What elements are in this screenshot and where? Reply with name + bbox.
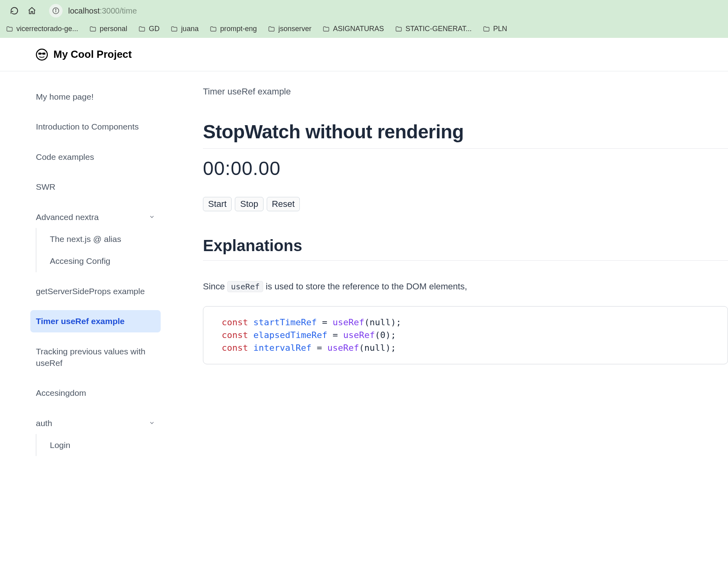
bookmark-label: personal: [100, 25, 127, 33]
sidebar-item[interactable]: Advanced nextra: [30, 206, 161, 228]
browser-chrome: localhost:3000/time vicerrectorado-ge...…: [0, 0, 728, 38]
chevron-down-icon: [149, 417, 155, 429]
page-title: StopWatch without rendering: [203, 121, 728, 149]
bookmark-item[interactable]: GD: [138, 25, 159, 33]
sidebar-item-label: Timer useRef example: [36, 315, 125, 327]
sidebar-item[interactable]: Accesing Config: [39, 250, 161, 272]
sidebar-subitems: Login: [36, 434, 161, 456]
sidebar-item-label: Accesingdom: [36, 387, 86, 399]
explanation-paragraph: Since useRef is used to store the refere…: [203, 281, 728, 292]
bookmark-label: STATIC-GENERAT...: [405, 25, 472, 33]
sidebar-subitems: The next.js @ aliasAccesing Config: [36, 228, 161, 272]
breadcrumb: Timer useRef example: [203, 86, 728, 97]
reset-button[interactable]: Reset: [267, 197, 300, 211]
reload-icon[interactable]: [10, 6, 19, 15]
sidebar-item[interactable]: My home page!: [30, 86, 161, 108]
content: My home page!Introduction to ComponentsC…: [0, 71, 728, 472]
bookmark-label: vicerrectorado-ge...: [16, 25, 78, 33]
home-icon[interactable]: [28, 6, 36, 15]
sidebar-item-label: Tracking previous values with useRef: [36, 346, 155, 369]
sidebar-item[interactable]: Timer useRef example: [30, 310, 161, 332]
sidebar-item-label: getServerSideProps example: [36, 285, 145, 297]
sidebar-item-label: Code examples: [36, 151, 94, 163]
code-block: const startTimeRef = useRef(null); const…: [203, 306, 728, 364]
bookmark-item[interactable]: STATIC-GENERAT...: [395, 25, 472, 33]
start-button[interactable]: Start: [203, 197, 232, 211]
sidebar-item-label: The next.js @ alias: [50, 233, 121, 245]
stop-button[interactable]: Stop: [235, 197, 263, 211]
bookmarks-bar: vicerrectorado-ge...personalGDjuanapromp…: [6, 22, 722, 34]
sidebar-item[interactable]: Introduction to Components: [30, 116, 161, 138]
sidebar-item-label: My home page!: [36, 91, 94, 102]
bookmark-item[interactable]: vicerrectorado-ge...: [6, 25, 78, 33]
button-row: Start Stop Reset: [203, 197, 728, 211]
stopwatch-display: 00:00.00: [203, 157, 728, 179]
chevron-down-icon: [149, 211, 155, 223]
svg-rect-4: [38, 53, 41, 55]
svg-point-2: [55, 9, 56, 10]
browser-toolbar: localhost:3000/time: [6, 4, 722, 22]
sidebar-item[interactable]: Accesingdom: [30, 382, 161, 404]
logo-icon: [36, 49, 48, 61]
project-title: My Cool Project: [53, 48, 132, 61]
bookmark-item[interactable]: personal: [89, 25, 127, 33]
bookmark-item[interactable]: prompt-eng: [210, 25, 257, 33]
url-text: localhost:3000/time: [68, 6, 137, 16]
sidebar-item[interactable]: The next.js @ alias: [39, 228, 161, 250]
address-bar[interactable]: localhost:3000/time: [49, 4, 137, 18]
svg-rect-5: [42, 53, 45, 55]
bookmark-label: ASIGNATURAS: [333, 25, 384, 33]
bookmark-label: jsonserver: [278, 25, 311, 33]
svg-point-3: [36, 49, 47, 60]
bookmark-item[interactable]: jsonserver: [268, 25, 311, 33]
sidebar-item-label: auth: [36, 417, 52, 429]
bookmark-label: juana: [181, 25, 199, 33]
bookmark-item[interactable]: ASIGNATURAS: [323, 25, 384, 33]
inline-code: useRef: [227, 281, 263, 292]
bookmark-item[interactable]: PLN: [483, 25, 507, 33]
sidebar-item[interactable]: auth: [30, 412, 161, 434]
sidebar-item[interactable]: Login: [39, 434, 161, 456]
bookmark-label: PLN: [493, 25, 507, 33]
info-icon[interactable]: [49, 4, 63, 18]
sidebar-item-label: SWR: [36, 181, 55, 193]
bookmark-label: GD: [149, 25, 159, 33]
sidebar-item[interactable]: getServerSideProps example: [30, 280, 161, 302]
bookmark-label: prompt-eng: [220, 25, 257, 33]
sidebar-item[interactable]: SWR: [30, 176, 161, 198]
sidebar-item[interactable]: Code examples: [30, 146, 161, 168]
sidebar-item-label: Introduction to Components: [36, 121, 139, 132]
app: My Cool Project My home page!Introductio…: [0, 38, 728, 472]
explanations-heading: Explanations: [203, 237, 728, 261]
sidebar-item[interactable]: Tracking previous values with useRef: [30, 340, 161, 374]
sidebar-item-label: Login: [50, 439, 70, 451]
bookmark-item[interactable]: juana: [171, 25, 199, 33]
sidebar-item-label: Accesing Config: [50, 255, 110, 267]
sidebar-item-label: Advanced nextra: [36, 211, 99, 223]
main: Timer useRef example StopWatch without r…: [165, 71, 728, 472]
header: My Cool Project: [0, 38, 728, 71]
sidebar: My home page!Introduction to ComponentsC…: [0, 71, 165, 472]
